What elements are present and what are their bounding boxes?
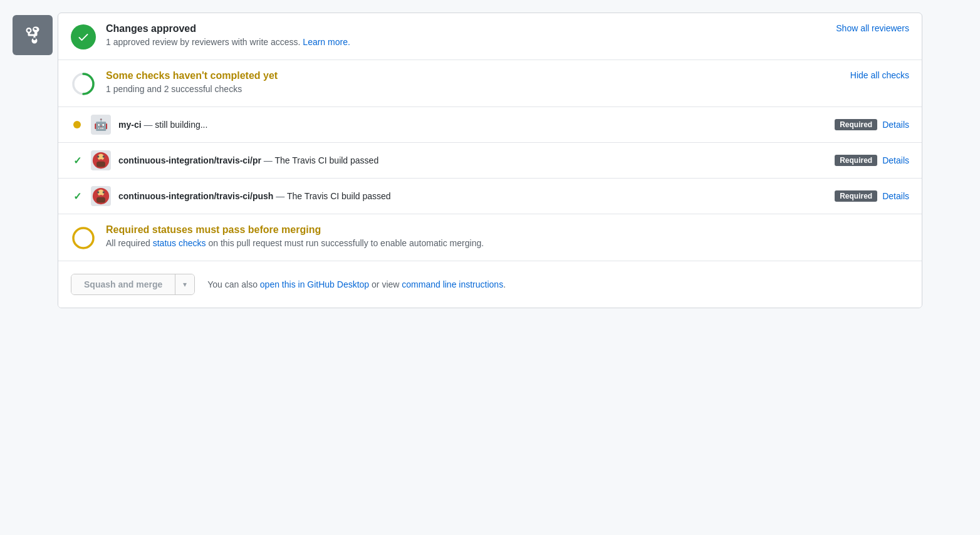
svg-rect-10 bbox=[96, 197, 105, 203]
yellow-circle-icon bbox=[71, 226, 96, 251]
merge-info-pre: You can also bbox=[207, 279, 260, 289]
travis-pr-name: continuous-integration/travis-ci/pr bbox=[118, 155, 261, 165]
travis-avatar-icon bbox=[92, 152, 110, 169]
travis-push-separator: — bbox=[276, 191, 287, 201]
approved-subtitle: 1 approved review by reviewers with writ… bbox=[106, 37, 909, 47]
travis-pr-checkmark: ✓ bbox=[73, 155, 81, 167]
my-ci-text: my-ci — still building... bbox=[118, 120, 827, 130]
merge-button-group: Squash and merge ▾ bbox=[71, 274, 195, 295]
checks-pending-icon bbox=[71, 71, 96, 96]
required-statuses-content: Required statuses must pass before mergi… bbox=[106, 224, 909, 248]
status-checks-link[interactable]: status checks bbox=[153, 238, 206, 248]
my-ci-description: still building... bbox=[155, 120, 207, 130]
svg-point-6 bbox=[103, 155, 105, 158]
svg-point-15 bbox=[77, 232, 90, 244]
pending-dot-icon bbox=[71, 118, 83, 131]
merge-dropdown-button[interactable]: ▾ bbox=[175, 274, 194, 294]
svg-point-12 bbox=[103, 191, 105, 194]
svg-rect-13 bbox=[99, 195, 102, 196]
travis-push-required-badge: Required bbox=[835, 190, 877, 202]
learn-more-link[interactable]: Learn more. bbox=[303, 37, 350, 47]
ci-row-travis-push: ✓ continuous-integration/travis-ci/push … bbox=[58, 179, 922, 214]
my-ci-required-badge: Required bbox=[835, 119, 877, 130]
travis-push-avatar-icon bbox=[92, 187, 110, 205]
travis-push-description: The Travis CI build passed bbox=[287, 191, 391, 201]
svg-point-11 bbox=[97, 191, 100, 194]
checks-section: Some checks haven't completed yet 1 pend… bbox=[58, 60, 922, 107]
my-ci-details-link[interactable]: Details bbox=[882, 120, 909, 130]
checks-title: Some checks haven't completed yet bbox=[106, 70, 909, 81]
yellow-dot bbox=[73, 121, 81, 128]
required-pre: All required bbox=[106, 238, 153, 248]
travis-pr-required-badge: Required bbox=[835, 155, 877, 166]
merge-info: You can also open this in GitHub Desktop… bbox=[207, 279, 506, 289]
required-statuses-section: Required statuses must pass before mergi… bbox=[58, 214, 922, 261]
show-all-reviewers-button[interactable]: Show all reviewers bbox=[836, 23, 909, 33]
command-line-instructions-link[interactable]: command line instructions bbox=[402, 279, 503, 289]
approved-icon bbox=[71, 24, 96, 49]
approved-content: Changes approved 1 approved review by re… bbox=[106, 23, 909, 47]
merge-info-post: . bbox=[503, 279, 506, 289]
merge-info-mid: or view bbox=[369, 279, 402, 289]
travis-push-text: continuous-integration/travis-ci/push — … bbox=[118, 191, 827, 201]
travis-pr-description: The Travis CI build passed bbox=[274, 155, 378, 165]
git-icon bbox=[21, 24, 44, 46]
required-statuses-subtitle: All required status checks on this pull … bbox=[106, 238, 909, 248]
checks-subtitle: 1 pending and 2 successful checks bbox=[106, 84, 909, 94]
travis-pr-check-icon: ✓ bbox=[71, 154, 83, 167]
my-ci-name: my-ci bbox=[118, 120, 142, 130]
squash-and-merge-button[interactable]: Squash and merge bbox=[71, 274, 175, 294]
travis-push-avatar bbox=[91, 186, 111, 206]
travis-pr-actions: Required Details bbox=[835, 155, 909, 166]
travis-pr-avatar bbox=[91, 150, 111, 170]
git-icon-box bbox=[13, 15, 53, 55]
travis-push-checkmark: ✓ bbox=[73, 190, 81, 202]
approved-subtitle-text: 1 approved review by reviewers with writ… bbox=[106, 37, 303, 47]
svg-point-1 bbox=[77, 78, 90, 90]
hide-all-checks-button[interactable]: Hide all checks bbox=[850, 70, 909, 80]
svg-point-5 bbox=[97, 155, 100, 158]
my-ci-actions: Required Details bbox=[835, 119, 909, 130]
approved-title: Changes approved bbox=[106, 23, 909, 34]
half-circle-icon bbox=[71, 71, 96, 96]
travis-push-actions: Required Details bbox=[835, 190, 909, 202]
main-panel: Changes approved 1 approved review by re… bbox=[58, 13, 922, 308]
required-pending-icon bbox=[71, 226, 96, 251]
svg-rect-4 bbox=[96, 162, 105, 167]
ci-row-travis-pr: ✓ continuous-integration/travis-ci/pr — … bbox=[58, 143, 922, 179]
my-ci-avatar: 🤖 bbox=[91, 115, 111, 135]
travis-pr-separator: — bbox=[264, 155, 275, 165]
travis-pr-details-link[interactable]: Details bbox=[882, 155, 909, 165]
required-mid: on this pull request must run successful… bbox=[206, 238, 484, 248]
travis-push-check-icon: ✓ bbox=[71, 190, 83, 202]
travis-pr-text: continuous-integration/travis-ci/pr — Th… bbox=[118, 155, 827, 165]
open-github-desktop-link[interactable]: open this in GitHub Desktop bbox=[260, 279, 369, 289]
required-statuses-title: Required statuses must pass before mergi… bbox=[106, 224, 909, 236]
ci-row-my-ci: 🤖 my-ci — still building... Required Det… bbox=[58, 107, 922, 143]
approved-section: Changes approved 1 approved review by re… bbox=[58, 13, 922, 60]
checkmark-icon bbox=[77, 31, 90, 43]
my-ci-separator: — bbox=[143, 120, 155, 130]
merge-section: Squash and merge ▾ You can also open thi… bbox=[58, 261, 922, 308]
travis-push-details-link[interactable]: Details bbox=[882, 191, 909, 201]
dropdown-arrow-icon: ▾ bbox=[183, 280, 187, 289]
svg-rect-7 bbox=[99, 159, 102, 160]
page-wrapper: Changes approved 1 approved review by re… bbox=[13, 13, 922, 308]
travis-push-name: continuous-integration/travis-ci/push bbox=[118, 191, 273, 201]
checks-content: Some checks haven't completed yet 1 pend… bbox=[106, 70, 909, 94]
